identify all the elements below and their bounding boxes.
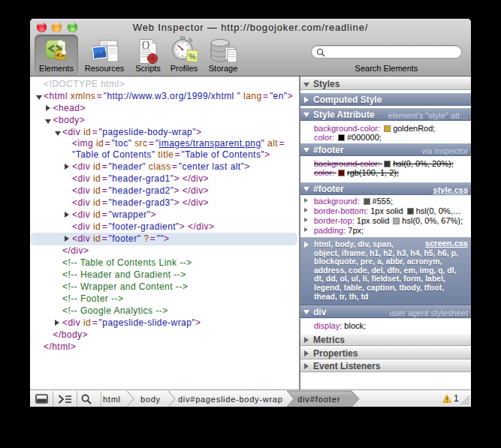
svg-text:{}: {} bbox=[141, 41, 150, 50]
svg-text:div#pageslide-body-wrap: div#pageslide-body-wrap bbox=[178, 395, 283, 404]
svg-text:%: % bbox=[189, 52, 197, 62]
svg-text:div#footer: div#footer bbox=[297, 395, 340, 404]
svg-text:body: body bbox=[140, 395, 161, 404]
svg-text:html: html bbox=[103, 395, 121, 404]
